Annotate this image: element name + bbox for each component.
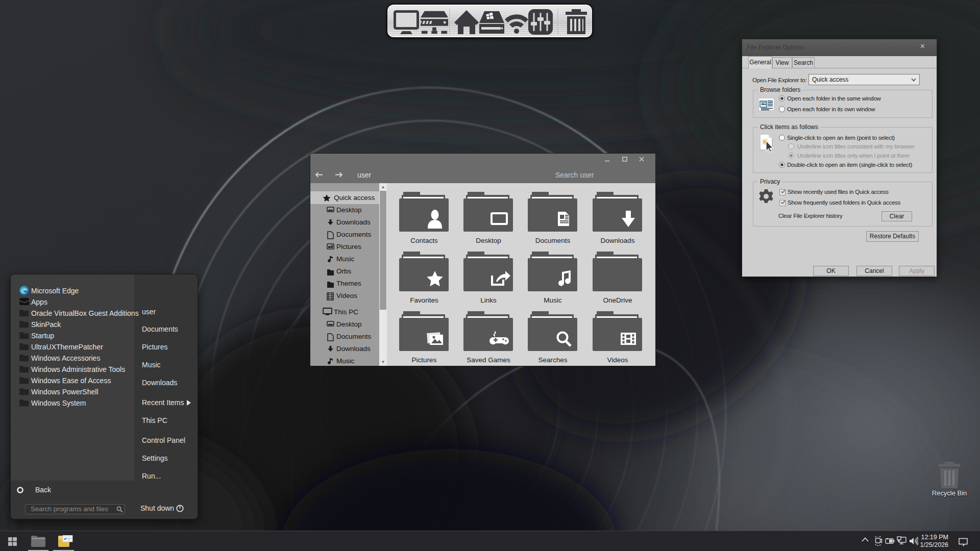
svg-text:Saved Games: Saved Games (467, 356, 510, 364)
svg-text:Links: Links (480, 296, 497, 304)
svg-text:Pictures: Pictures (412, 356, 437, 364)
svg-text:Music: Music (544, 296, 562, 304)
svg-text:Videos: Videos (607, 356, 628, 364)
svg-text:Documents: Documents (535, 237, 571, 244)
svg-text:Downloads: Downloads (601, 237, 635, 244)
svg-text:Contacts: Contacts (410, 237, 438, 244)
svg-text:Desktop: Desktop (476, 237, 501, 244)
svg-text:Favorites: Favorites (410, 296, 438, 304)
svg-text:Searches: Searches (538, 356, 567, 364)
svg-text:OneDrive: OneDrive (603, 296, 632, 304)
